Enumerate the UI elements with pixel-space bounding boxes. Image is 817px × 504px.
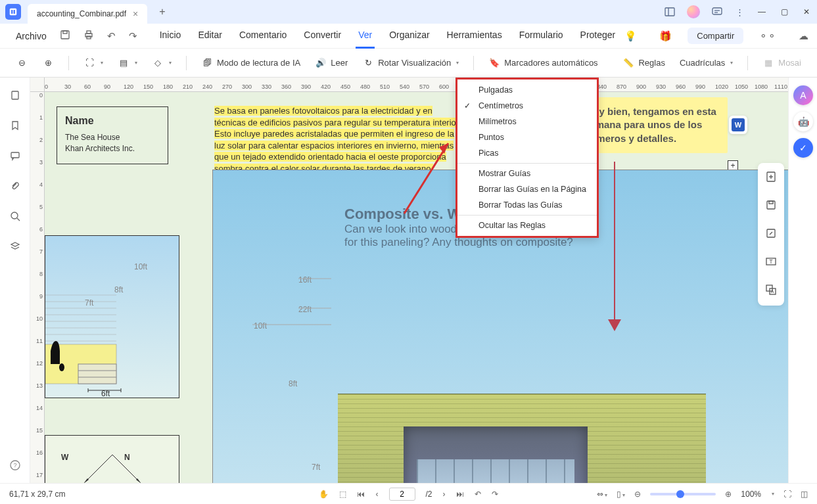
jump-back-icon[interactable]: ↶ [475, 490, 481, 499]
jump-forward-icon[interactable]: ↷ [492, 490, 498, 499]
edit-page-icon[interactable] [762, 225, 780, 244]
page-layout-button[interactable]: ▤▾ [114, 55, 141, 72]
menu-organizar[interactable]: Organizar [386, 23, 432, 49]
document-canvas[interactable]: Name The Sea House Khan Architects Inc. … [45, 92, 788, 483]
cm-picas[interactable]: Picas [457, 145, 597, 161]
zoom-in-status-icon[interactable]: ⊕ [725, 490, 732, 499]
svg-text:T: T [769, 258, 773, 265]
cm-centimetros[interactable]: Centímetros [457, 98, 597, 114]
help-icon[interactable]: ? [9, 459, 21, 471]
more-icon[interactable]: ⋮ [734, 7, 745, 17]
add-page-icon[interactable] [762, 168, 780, 187]
gift-icon[interactable]: 🎁 [653, 28, 678, 45]
background-button[interactable]: ◇▾ [148, 55, 175, 72]
svg-text:?: ? [13, 462, 16, 469]
cm-mostrar-guias[interactable]: Mostrar Guías [457, 166, 597, 181]
attachments-icon[interactable] [9, 180, 21, 192]
chatbot-icon[interactable]: 🤖 [793, 112, 813, 131]
dim-10ft: 10ft [134, 262, 147, 271]
fit-width-icon[interactable]: ⇔▾ [597, 490, 607, 499]
auto-bookmarks-button[interactable]: 🔖Marcadores automáticos [484, 55, 601, 72]
minimize-button[interactable]: — [757, 7, 767, 17]
share-button[interactable]: Compartir [688, 28, 743, 44]
undo-icon[interactable]: ↶ [101, 28, 122, 45]
prev-page-icon[interactable]: ‹ [375, 490, 378, 499]
hand-tool-icon[interactable]: ✋ [319, 490, 329, 499]
cm-pulgadas[interactable]: Pulgadas [457, 82, 597, 98]
compass-w: W [61, 453, 68, 462]
menu-inicio[interactable]: Inicio [157, 23, 184, 49]
menu-herramientas[interactable]: Herramientas [444, 23, 505, 49]
work-area: ? 03060901201501802102402703003303603904… [0, 78, 817, 483]
new-tab-button[interactable]: + [154, 3, 170, 20]
menu-comentario[interactable]: Comentario [237, 23, 289, 49]
save-page-icon[interactable] [762, 196, 780, 216]
next-page-icon[interactable]: › [443, 490, 446, 499]
network-icon[interactable]: ⚬⚬ [753, 28, 783, 45]
page-number-input[interactable] [388, 488, 415, 501]
svg-rect-47 [769, 201, 773, 204]
menu-convertir[interactable]: Convertir [301, 23, 344, 49]
last-page-icon[interactable]: ⏭ [456, 490, 464, 499]
sticky-note[interactable]: muy bien, tengamos en esta semana para u… [576, 97, 728, 153]
close-window-button[interactable]: ✕ [801, 7, 812, 17]
bookmarks-icon[interactable] [9, 120, 21, 131]
reading-mode-icon[interactable]: ◫ [801, 490, 808, 499]
single-page-icon[interactable]: ▯▾ [617, 490, 625, 499]
cm-borrar-guias-pagina[interactable]: Borrar las Guías en la Página [457, 181, 597, 197]
fullscreen-icon[interactable]: ⛶ [783, 490, 791, 499]
read-aloud-button[interactable]: 🔊Leer [311, 55, 352, 72]
search-icon[interactable] [9, 210, 21, 222]
ai-reading-mode-button[interactable]: 🗐Modo de lectura de IA [197, 55, 304, 72]
first-page-icon[interactable]: ⏮ [357, 490, 365, 499]
redo-icon[interactable]: ↷ [122, 28, 144, 45]
menu-proteger[interactable]: Proteger [578, 23, 619, 49]
print-icon[interactable] [77, 27, 101, 45]
file-menu[interactable]: Archivo [9, 27, 53, 45]
grids-button[interactable]: Cuadrículas▾ [676, 55, 737, 70]
comments-icon[interactable] [9, 150, 21, 162]
vertical-ruler[interactable]: 0123456789101112131415161718 [30, 92, 45, 483]
floating-assistant-icons: A 🤖 ✓ [793, 85, 813, 158]
maximize-button[interactable]: ▢ [779, 7, 789, 17]
app-logo [5, 4, 21, 20]
textbox-icon[interactable]: T [762, 253, 780, 272]
chat-icon[interactable] [712, 7, 722, 17]
cm-puntos[interactable]: Puntos [457, 129, 597, 145]
svg-point-15 [11, 212, 18, 219]
menu-formulario[interactable]: Formulario [517, 23, 566, 49]
horizontal-ruler[interactable]: 0306090120150180210240270300330360390420… [45, 78, 788, 92]
fit-page-button[interactable]: ⛶▾ [80, 55, 107, 72]
rotate-label: Rotar Visualización [378, 58, 451, 68]
cloud-icon[interactable]: ☁ [792, 28, 815, 45]
zoom-slider[interactable] [650, 493, 716, 495]
layers-icon[interactable] [9, 241, 21, 252]
thumbnails-icon[interactable] [9, 89, 21, 101]
avatar-icon[interactable] [687, 5, 700, 18]
select-tool-icon[interactable]: ⬚ [339, 490, 346, 499]
cm-ocultar-reglas[interactable]: Ocultar las Reglas [457, 218, 597, 233]
zoom-out-status-icon[interactable]: ⊖ [634, 490, 641, 499]
menu-ver[interactable]: Ver [356, 23, 375, 49]
save-icon[interactable] [53, 27, 77, 45]
mosaic-button[interactable]: ▦Mosai [759, 55, 805, 72]
word-export-badge[interactable]: W [729, 116, 747, 134]
replace-text-icon[interactable]: A [762, 281, 780, 300]
rotate-view-button[interactable]: ↻Rotar Visualización▾ [358, 55, 463, 72]
document-tab[interactable]: accounting_Combinar.pdf × [28, 4, 147, 24]
close-tab-icon[interactable]: × [133, 9, 138, 19]
read-label: Leer [331, 58, 348, 68]
dim-7ft-a: 7ft [85, 298, 93, 308]
zoom-out-button[interactable]: ⊖ [12, 55, 32, 72]
lightbulb-icon[interactable]: 💡 [618, 28, 643, 45]
rulers-button[interactable]: 📏Reglas [619, 55, 668, 72]
cm-borrar-todas-guias[interactable]: Borrar Todas las Guías [457, 197, 597, 213]
svg-rect-12 [87, 36, 91, 39]
elevation-drawing: 10ft 8ft 7ft 6ft [45, 235, 179, 398]
zoom-in-button[interactable]: ⊕ [38, 55, 58, 72]
panel-icon[interactable] [665, 7, 675, 17]
cm-milimetros[interactable]: Milímetros [457, 114, 597, 129]
task-check-icon[interactable]: ✓ [793, 138, 813, 158]
menu-editar[interactable]: Editar [195, 23, 225, 49]
ai-assistant-icon[interactable]: A [793, 85, 813, 105]
